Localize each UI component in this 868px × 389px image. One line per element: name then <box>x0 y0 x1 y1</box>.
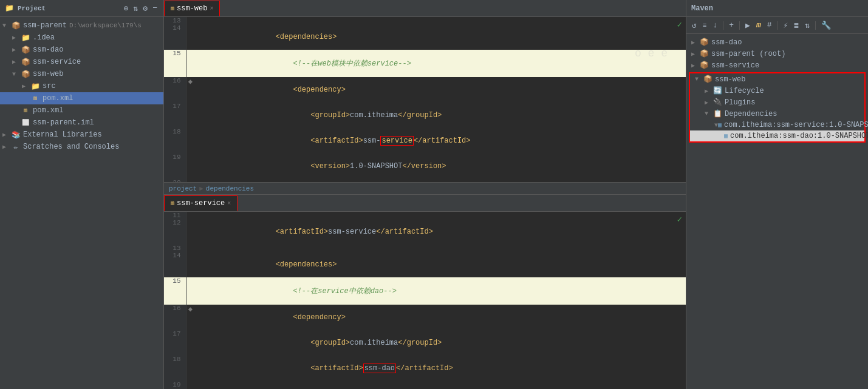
maven-item-ssm-service[interactable]: ▶ 📦 ssm-service <box>686 59 868 71</box>
sidebar-header: 📁 Project ⊕ ⇅ ⚙ − <box>0 0 163 17</box>
maven-header: Maven <box>686 0 868 17</box>
scratch-icon: ✏️ <box>11 142 21 152</box>
line-row-highlight: 15 <!--在service中依赖dao--> <box>164 277 686 305</box>
code-editor-bottom[interactable]: ✓ 11 12 <artifactId>ssm-service</artifac… <box>164 212 686 389</box>
line-gutter: ◆ <box>186 305 194 330</box>
line-row: 12 <artifactId>ssm-service</artifactId> <box>164 219 686 245</box>
line-gutter <box>186 24 194 50</box>
maven-btn-bolt[interactable]: ⚡ <box>782 20 790 31</box>
maven-btn-add[interactable]: + <box>727 20 736 30</box>
sync-icon[interactable]: ⊕ <box>123 3 130 14</box>
breadcrumb-item-project: project <box>169 185 197 192</box>
tag: service <box>381 137 412 145</box>
maven-item-lifecycle[interactable]: ▶ 🔄 Lifecycle <box>690 85 864 96</box>
maven-lifecycle-icon: 🔄 <box>713 86 722 95</box>
line-gutter <box>186 179 194 182</box>
line-gutter <box>186 381 194 389</box>
settings-icon[interactable]: ⚙ <box>142 3 149 14</box>
maven-btn-run[interactable]: ▶ <box>743 20 752 31</box>
line-row: 17 <groupId>com.itheima</groupId> <box>164 103 686 128</box>
tree-item-pom-web[interactable]: m pom.xml <box>0 92 163 104</box>
tab-ssm-service[interactable]: m ssm-service × <box>164 195 238 211</box>
maven-divider-2 <box>739 21 740 30</box>
tree-item-ssm-parent[interactable]: ▼ 📦 ssm-parent D:\workspace\179\s <box>0 19 163 32</box>
tree-item-src[interactable]: ▶ 📁 src <box>0 80 163 92</box>
code-table-bottom: 11 12 <artifactId>ssm-service</artifactI… <box>164 212 686 389</box>
bottom-tab-bar: m ssm-service × <box>164 195 686 212</box>
line-num: 13 <box>164 245 186 252</box>
maven-btn-download[interactable]: ↓ <box>711 20 719 30</box>
line-row: 16 ◆ <dependency> <box>164 305 686 330</box>
maven-btn-hash[interactable]: # <box>765 20 774 30</box>
tab-close-ssm-service[interactable]: × <box>227 200 231 207</box>
label-ssm-dao: ssm-dao <box>33 46 63 54</box>
maven-label-dependencies: Dependencies <box>725 110 777 118</box>
maven-btn-list[interactable]: ≡ <box>701 21 709 30</box>
maven-dep-service-icon: ▦ <box>718 121 722 129</box>
label-ssm-service: ssm-service <box>33 58 81 66</box>
line-num: 15 <box>164 277 186 305</box>
line-num: 13 <box>164 17 186 24</box>
text: ssm-service <box>328 228 376 236</box>
tab-ssm-web-label: ssm-web <box>177 4 207 13</box>
tree-item-ssm-parent-iml[interactable]: ⬜ ssm-parent.iml <box>0 117 163 129</box>
maven-btn-refresh[interactable]: ↺ <box>690 20 699 31</box>
maven-item-dep-dao[interactable]: ▦ com.itheima:ssm-dao:1.0-SNAPSHOT <box>690 130 864 141</box>
label-ext-lib: External Libraries <box>23 130 102 139</box>
layout-icon[interactable]: ⇅ <box>132 3 140 14</box>
module-icon-ssm-parent: 📦 <box>11 21 21 30</box>
line-content: <dependencies> <box>194 24 686 50</box>
tree-item-ssm-service[interactable]: ▶ 📦 ssm-service <box>0 56 163 68</box>
line-row: 17 <groupId>com.itheima</groupId> <box>164 330 686 356</box>
line-content <box>194 245 686 252</box>
maven-item-ssm-web[interactable]: ▼ 📦 ssm-web <box>690 73 864 85</box>
maven-btn-sort[interactable]: ⇅ <box>803 20 812 31</box>
lib-icon: 📚 <box>11 130 21 140</box>
line-gutter <box>186 330 194 356</box>
line-num: 19 <box>164 381 186 389</box>
iml-icon: ⬜ <box>21 118 30 127</box>
line-row: 19 <version>1.0-SNAPSHOT</version> <box>164 381 686 389</box>
line-gutter <box>186 356 194 381</box>
project-tree: ▼ 📦 ssm-parent D:\workspace\179\s ▶ 📁 .i… <box>0 17 163 389</box>
service-redbox: service <box>380 136 413 146</box>
tag: <groupId> <box>310 339 350 347</box>
line-gutter: ◆ <box>186 77 194 103</box>
maven-item-ssm-dao[interactable]: ▶ 📦 ssm-dao <box>686 36 868 48</box>
line-content: </dependency> <box>194 179 686 182</box>
maven-btn-wrench[interactable]: 🔧 <box>819 20 833 31</box>
tree-item-ssm-web[interactable]: ▼ 📦 ssm-web <box>0 68 163 80</box>
arrow-ssm-service: ▶ <box>12 58 21 66</box>
label-pom-web: pom.xml <box>43 94 73 103</box>
maven-item-plugins[interactable]: ▶ 🔌 Plugins <box>690 96 864 108</box>
tag: <groupId> <box>310 111 350 120</box>
tag: </groupId> <box>398 111 442 120</box>
tab-ssm-web[interactable]: m ssm-web × <box>164 1 220 16</box>
tree-item-pom-root[interactable]: m pom.xml <box>0 104 163 117</box>
tree-item-scratches[interactable]: ▶ ✏️ Scratches and Consoles <box>0 141 163 153</box>
arrow-scratches: ▶ <box>2 143 11 151</box>
line-row: 19 <version>1.0-SNAPSHOT</version> <box>164 154 686 179</box>
tree-item-idea[interactable]: ▶ 📁 .idea <box>0 32 163 44</box>
label-src: src <box>43 82 56 90</box>
tree-item-ssm-dao[interactable]: ▶ 📦 ssm-dao <box>0 44 163 56</box>
folder-icon: 📁 <box>5 4 14 13</box>
minimize-icon[interactable]: − <box>151 3 159 14</box>
line-gutter <box>186 277 194 305</box>
maven-panel: Maven ↺ ≡ ↓ + ▶ m # ⚡ ≣ ⇅ 🔧 ▶ 📦 ssm-dao … <box>686 0 868 389</box>
maven-item-ssm-parent[interactable]: ▶ 📦 ssm-parent (root) <box>686 48 868 59</box>
maven-btn-m[interactable]: m <box>754 20 763 30</box>
maven-btn-menu[interactable]: ≣ <box>792 20 801 31</box>
maven-label-ssm-parent: ssm-parent (root) <box>711 50 785 58</box>
tab-close-ssm-web[interactable]: × <box>210 5 213 12</box>
line-row: 16 ◆ <dependency> <box>164 77 686 103</box>
line-row: 11 <box>164 212 686 219</box>
code-editor-top[interactable]: ✓ o e e 13 14 <dependencies> <box>164 17 686 182</box>
label-scratches: Scratches and Consoles <box>23 143 119 151</box>
maven-item-dep-service[interactable]: ▼ ▦ com.itheima:ssm-service:1.0-SNAPSHOT <box>690 120 864 130</box>
tree-item-ext-lib[interactable]: ▶ 📚 External Libraries <box>0 129 163 141</box>
maven-item-dependencies[interactable]: ▼ 📋 Dependencies <box>690 108 864 120</box>
maven-arrow-dependencies: ▼ <box>705 110 713 117</box>
xml-icon-pom-web: m <box>30 93 40 103</box>
line-content: <dependency> <box>194 305 686 330</box>
